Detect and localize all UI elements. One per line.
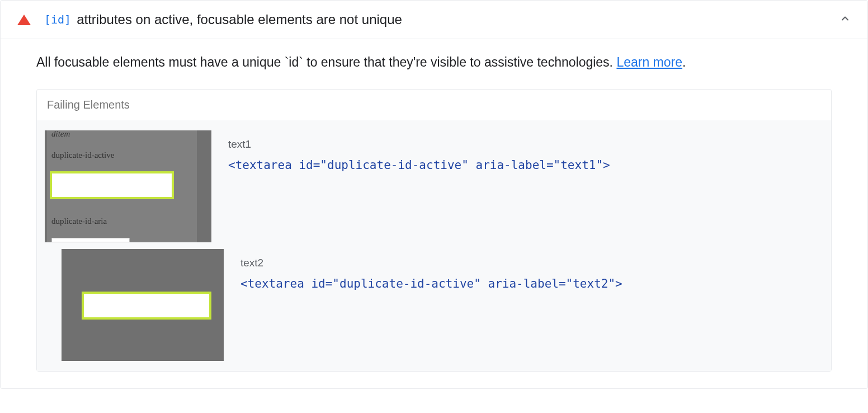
audit-description: All focusable elements must have a uniqu… [36, 53, 832, 72]
audit-panel: [id] attributes on active, focusable ele… [0, 0, 868, 389]
thumb-line: duplicate-id-active [51, 151, 114, 160]
audit-badge: [id] [44, 13, 71, 26]
thumb-line: ditem [51, 130, 70, 139]
failing-item[interactable]: ditem duplicate-id-active duplicate-id-a… [37, 127, 831, 246]
chevron-up-icon[interactable] [839, 13, 851, 27]
failing-elements-list: ditem duplicate-id-active duplicate-id-a… [37, 120, 831, 371]
audit-title: [id] attributes on active, focusable ele… [44, 12, 839, 27]
learn-more-link[interactable]: Learn more [616, 55, 682, 69]
failing-elements-header: Failing Elements [37, 90, 831, 120]
element-thumbnail: ditem duplicate-id-active duplicate-id-a… [45, 130, 211, 242]
element-snippet: text1 <textarea id="duplicate-id-active"… [211, 130, 823, 180]
description-text: All focusable elements must have a uniqu… [36, 55, 616, 69]
snippet-label: text1 [228, 138, 806, 151]
snippet-label: text2 [240, 257, 806, 269]
error-triangle-icon [17, 15, 31, 25]
audit-body: All focusable elements must have a uniqu… [1, 39, 867, 388]
thumb-line: duplicate-id-aria [51, 217, 107, 226]
audit-title-text: attributes on active, focusable elements… [77, 12, 402, 27]
description-post: . [682, 55, 686, 69]
element-thumbnail [62, 249, 224, 361]
snippet-code: <textarea id="duplicate-id-active" aria-… [228, 158, 806, 172]
failing-elements-box: Failing Elements ditem duplicate-id-acti… [36, 89, 832, 372]
failing-item[interactable]: text2 <textarea id="duplicate-id-active"… [37, 246, 831, 364]
snippet-code: <textarea id="duplicate-id-active" aria-… [240, 277, 806, 290]
element-snippet: text2 <textarea id="duplicate-id-active"… [224, 249, 823, 298]
audit-header[interactable]: [id] attributes on active, focusable ele… [1, 1, 867, 39]
